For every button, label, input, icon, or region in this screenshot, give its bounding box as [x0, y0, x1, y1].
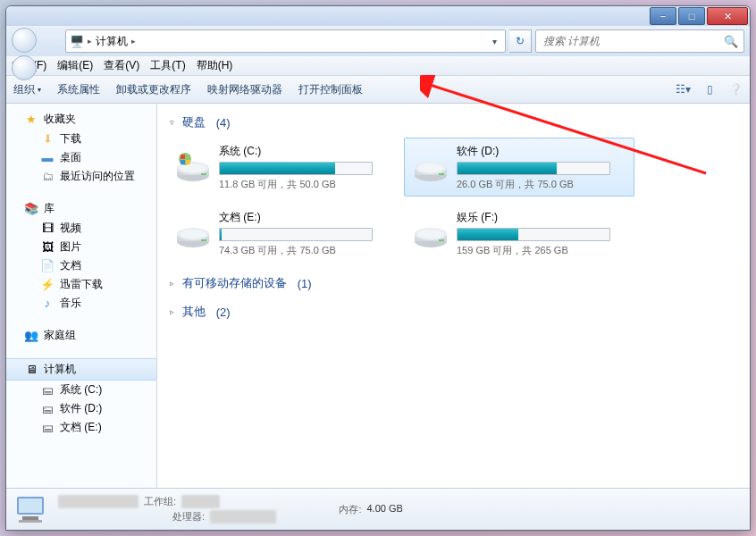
drive-icon: 🖴: [40, 421, 55, 435]
hard-disk-icon: [174, 148, 212, 186]
back-button[interactable]: [12, 28, 37, 53]
svg-rect-24: [439, 239, 444, 241]
svg-rect-7: [186, 155, 190, 159]
svg-rect-9: [186, 160, 190, 164]
expand-icon: ▹: [170, 279, 179, 288]
svg-rect-8: [181, 160, 185, 164]
svg-rect-27: [22, 516, 38, 520]
sidebar-favorites[interactable]: ★ 收藏夹: [6, 109, 156, 130]
drive-free-text: 74.3 GB 可用，共 75.0 GB: [219, 244, 389, 257]
status-title: ██████████: [58, 495, 139, 508]
sidebar-item-thunder[interactable]: ⚡ 迅雷下载: [6, 275, 156, 294]
sidebar-drive-e[interactable]: 🖴 文档 (E:): [6, 418, 156, 437]
svg-point-13: [417, 163, 444, 172]
thunder-icon: ⚡: [40, 278, 55, 292]
drive-free-text: 11.8 GB 可用，共 50.0 GB: [219, 178, 389, 191]
view-mode-button[interactable]: ☷▾: [676, 83, 691, 96]
sidebar-drive-d[interactable]: 🖴 软件 (D:): [6, 399, 156, 418]
computer-icon: 🖥️: [70, 34, 84, 48]
maximize-button[interactable]: □: [678, 7, 705, 25]
drive-item[interactable]: 软件 (D:) 26.0 GB 可用，共 75.0 GB: [404, 138, 634, 197]
menu-view[interactable]: 查看(V): [104, 58, 139, 73]
status-fields: ██████████ 工作组: ████ 处理器: ████████: [58, 495, 276, 523]
map-drive-button[interactable]: 映射网络驱动器: [207, 82, 282, 97]
explorer-window: − □ ✕ 🖥️ ▸ 计算机 ▸ ▾ ↻ 🔍 文件(F) 编辑(E) 查看(V)…: [5, 5, 751, 531]
navbar: 🖥️ ▸ 计算机 ▸ ▾ ↻ 🔍: [6, 26, 750, 56]
svg-rect-28: [19, 520, 42, 523]
refresh-button[interactable]: ↻: [509, 29, 532, 53]
search-icon: 🔍: [724, 35, 738, 48]
memory-label: 内存:: [339, 503, 361, 516]
sidebar: ★ 收藏夹 ⬇ 下载 ▬ 桌面 🗂 最近访问的位置 📚: [6, 104, 157, 488]
group-other[interactable]: ▹ 其他 (2): [170, 304, 741, 320]
minimize-button[interactable]: −: [650, 7, 676, 25]
sidebar-homegroup[interactable]: 👥 家庭组: [6, 325, 156, 346]
drive-name: 软件 (D:): [457, 144, 626, 159]
drive-item[interactable]: 娱乐 (F:) 159 GB 可用，共 265 GB: [404, 204, 634, 263]
hard-disk-icon: [412, 214, 449, 252]
drive-progress: [219, 162, 373, 175]
svg-point-18: [180, 230, 206, 239]
svg-rect-19: [201, 239, 206, 241]
drive-name: 娱乐 (F:): [457, 210, 626, 225]
drive-name: 系统 (C:): [219, 144, 389, 159]
drive-progress: [457, 228, 610, 241]
workgroup-label: 工作组:: [144, 495, 176, 508]
drive-icon: 🖴: [40, 383, 55, 398]
breadcrumb-root[interactable]: 计算机 ▸: [96, 34, 136, 49]
body: ★ 收藏夹 ⬇ 下载 ▬ 桌面 🗂 最近访问的位置 📚: [6, 104, 750, 488]
menubar: 文件(F) 编辑(E) 查看(V) 工具(T) 帮助(H): [6, 56, 750, 76]
address-bar[interactable]: 🖥️ ▸ 计算机 ▸ ▾: [65, 29, 506, 53]
music-icon: ♪: [40, 297, 55, 311]
sidebar-item-music[interactable]: ♪ 音乐: [6, 294, 156, 313]
menu-edit[interactable]: 编辑(E): [57, 58, 93, 73]
sidebar-item-recent[interactable]: 🗂 最近访问的位置: [6, 167, 156, 186]
sidebar-item-videos[interactable]: 🎞 视频: [6, 219, 156, 238]
system-properties-button[interactable]: 系统属性: [57, 82, 100, 97]
svg-rect-26: [19, 498, 42, 513]
drive-progress: [219, 228, 373, 241]
download-icon: ⬇: [40, 132, 55, 147]
forward-button[interactable]: [12, 55, 37, 80]
sidebar-item-downloads[interactable]: ⬇ 下载: [6, 130, 156, 148]
video-icon: 🎞: [40, 222, 55, 236]
menu-tools[interactable]: 工具(T): [150, 58, 185, 73]
uninstall-button[interactable]: 卸载或更改程序: [116, 82, 191, 97]
library-icon: 📚: [24, 202, 38, 216]
nav-buttons: [12, 28, 62, 54]
menu-help[interactable]: 帮助(H): [197, 58, 233, 73]
sidebar-libraries[interactable]: 📚 库: [6, 198, 156, 219]
computer-large-icon: [13, 491, 49, 527]
computer-icon: 🖥: [24, 363, 38, 377]
sidebar-item-documents[interactable]: 📄 文档: [6, 256, 156, 275]
expand-icon: ▹: [170, 307, 179, 316]
search-input[interactable]: [542, 34, 724, 48]
close-button[interactable]: ✕: [707, 7, 748, 25]
preview-pane-button[interactable]: ▯: [707, 83, 713, 96]
drives-grid: 系统 (C:) 11.8 GB 可用，共 50.0 GB 软件 (D:) 26.…: [166, 138, 741, 263]
drive-name: 文档 (E:): [219, 210, 389, 225]
drive-free-text: 26.0 GB 可用，共 75.0 GB: [457, 178, 626, 191]
recent-icon: 🗂: [40, 170, 55, 184]
sidebar-item-desktop[interactable]: ▬ 桌面: [6, 148, 156, 167]
desktop-icon: ▬: [40, 151, 55, 165]
hard-disk-icon: [174, 214, 212, 252]
group-hdd[interactable]: ▿ 硬盘 (4): [170, 114, 741, 130]
status-bar: ██████████ 工作组: ████ 处理器: ████████ 内存: 4…: [6, 488, 750, 530]
sidebar-computer[interactable]: 🖥 计算机: [6, 358, 156, 381]
cpu-label: 处理器:: [172, 510, 205, 523]
drive-icon: 🖴: [40, 402, 55, 416]
organize-button[interactable]: 组织▾: [13, 82, 41, 97]
search-box[interactable]: 🔍: [535, 29, 744, 53]
breadcrumb-sep: ▸: [88, 37, 92, 46]
address-dropdown[interactable]: ▾: [487, 32, 501, 50]
open-control-panel-button[interactable]: 打开控制面板: [298, 82, 363, 97]
drive-item[interactable]: 系统 (C:) 11.8 GB 可用，共 50.0 GB: [166, 138, 397, 197]
sidebar-drive-c[interactable]: 🖴 系统 (C:): [6, 381, 156, 399]
sidebar-item-pictures[interactable]: 🖼 图片: [6, 238, 156, 256]
group-removable[interactable]: ▹ 有可移动存储的设备 (1): [170, 275, 741, 291]
memory-value: 4.00 GB: [366, 503, 402, 516]
titlebar: − □ ✕: [6, 6, 750, 26]
drive-item[interactable]: 文档 (E:) 74.3 GB 可用，共 75.0 GB: [166, 204, 397, 263]
help-icon[interactable]: ❔: [729, 83, 743, 96]
